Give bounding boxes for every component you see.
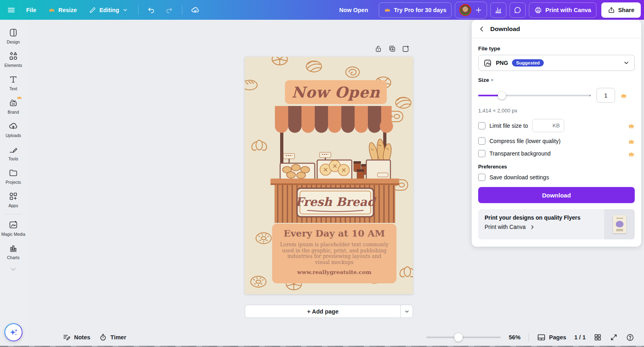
add-page-options-button[interactable]: [400, 305, 413, 318]
flyer-website: www.reallygreatsite.com: [272, 269, 396, 275]
try-pro-label: Try Pro for 30 days: [394, 7, 447, 13]
sidebar-item-uploads[interactable]: Uploads: [1, 118, 26, 141]
duplicate-page-icon[interactable]: [388, 45, 396, 53]
share-button[interactable]: Share: [601, 2, 641, 18]
charts-icon: [8, 243, 18, 253]
fullscreen-button[interactable]: [610, 333, 618, 341]
notes-label: Notes: [74, 334, 90, 341]
transparent-background-checkbox[interactable]: [478, 150, 485, 157]
crown-pro-icon: [620, 92, 627, 99]
sidebar-item-text[interactable]: Text: [1, 71, 26, 95]
download-panel-title: Download: [490, 25, 520, 33]
add-page-icon[interactable]: [402, 45, 410, 53]
undo-button[interactable]: [143, 2, 159, 18]
flyer-info-panel: Every Day at 10 AM Lorem ipsum is placeh…: [272, 224, 396, 283]
print-promo-title: Print your designs on quality Flyers: [485, 214, 604, 221]
add-page-button[interactable]: + Add page: [245, 305, 400, 318]
print-link-label: Print with Canva: [485, 224, 526, 230]
share-export-icon: [608, 6, 615, 14]
analytics-bars-icon: [494, 6, 502, 14]
chevron-down-icon: [404, 309, 410, 314]
canva-assistant-button[interactable]: [4, 323, 23, 341]
size-slider[interactable]: [478, 95, 590, 96]
hamburger-menu-button[interactable]: [3, 2, 19, 18]
limit-file-size-checkbox[interactable]: [478, 122, 485, 129]
avatar[interactable]: [459, 4, 471, 16]
file-menu-button[interactable]: File: [21, 2, 41, 18]
print-with-canva-label: Print with Canva: [545, 7, 591, 13]
download-button[interactable]: Download: [478, 187, 635, 203]
magic-media-icon: [8, 220, 18, 230]
statusbar-right: 56% Pages 1 / 1: [426, 333, 634, 342]
sidebar-item-elements[interactable]: Elements: [1, 48, 26, 71]
chevron-down-icon: [623, 60, 630, 66]
sidebar-label: Apps: [8, 203, 18, 208]
sidebar-label: Design: [7, 39, 20, 44]
sidebar-item-magic-media[interactable]: Magic Media: [1, 217, 26, 240]
compress-file-checkbox[interactable]: [478, 137, 485, 145]
add-member-button[interactable]: [475, 6, 483, 14]
resize-button[interactable]: Resize: [43, 2, 82, 18]
back-chevron-icon[interactable]: [478, 25, 485, 33]
cloud-save-status-button[interactable]: [187, 2, 203, 18]
sidebar-item-brand[interactable]: co Brand: [1, 95, 26, 118]
help-button[interactable]: [626, 333, 634, 342]
sidebar-item-projects[interactable]: Projects: [1, 165, 26, 188]
try-pro-button[interactable]: Try Pro for 30 days: [379, 2, 452, 18]
pages-label: Pages: [549, 334, 566, 341]
status-bar: Notes Timer 56% Pages: [53, 329, 644, 346]
sidebar-label: Brand: [8, 110, 19, 114]
sidebar-item-design[interactable]: Design: [1, 25, 26, 48]
file-type-dropdown[interactable]: PNG Suggested: [478, 55, 635, 71]
design-page[interactable]: Fresh Bread Now Open Every Day at 10 AM …: [245, 57, 413, 294]
print-with-canva-button[interactable]: Print with Canva: [529, 2, 597, 18]
topbar-right-group: Try Pro for 30 days: [379, 2, 641, 19]
grid-view-button[interactable]: [594, 333, 602, 341]
limit-file-size-label[interactable]: Limit file size to: [489, 123, 528, 129]
export-dimensions: 1,414 × 2,000 px: [478, 108, 635, 114]
undo-icon: [147, 6, 155, 14]
printer-icon: [534, 6, 542, 14]
lock-open-icon[interactable]: [374, 45, 382, 53]
save-settings-label[interactable]: Save download settings: [489, 174, 549, 181]
zoom-level[interactable]: 56%: [509, 334, 520, 341]
sidebar-item-apps[interactable]: Apps: [1, 188, 26, 212]
chevron-down-icon: [122, 7, 128, 13]
size-slider-thumb[interactable]: [498, 91, 506, 100]
share-label: Share: [618, 7, 634, 13]
print-promo-thumbnail-area: [604, 209, 635, 239]
save-settings-checkbox[interactable]: [478, 174, 485, 181]
svg-text:co: co: [12, 102, 15, 105]
print-with-canva-link[interactable]: Print with Canva: [485, 224, 604, 230]
resize-label: Resize: [58, 7, 77, 13]
size-multiplier-sign: ×: [491, 77, 494, 83]
sidebar-item-tools[interactable]: Tools: [1, 141, 26, 165]
editing-label: Editing: [99, 7, 119, 13]
size-value-input[interactable]: 1: [597, 88, 615, 103]
pages-button[interactable]: Pages: [537, 333, 566, 342]
insights-button[interactable]: [490, 2, 506, 18]
page-indicator: 1 / 1: [574, 334, 586, 341]
timer-icon: [99, 333, 107, 341]
editing-mode-button[interactable]: Editing: [84, 2, 133, 18]
sidebar-item-charts[interactable]: Charts: [1, 240, 26, 264]
statusbar-divider: [528, 333, 529, 342]
timer-button[interactable]: Timer: [99, 333, 126, 341]
print-promo-card[interactable]: Print your designs on quality Flyers Pri…: [478, 209, 635, 239]
save-settings-row: Save download settings: [478, 174, 635, 181]
file-size-kb-input[interactable]: KB: [532, 119, 564, 132]
sidebar-more-chevron-icon[interactable]: [9, 265, 17, 273]
toolbar-divider: [138, 5, 138, 15]
zoom-slider-thumb[interactable]: [454, 333, 462, 342]
notes-icon: [63, 333, 71, 341]
notes-button[interactable]: Notes: [63, 333, 90, 341]
comments-button[interactable]: [510, 2, 526, 18]
compress-file-label[interactable]: Compress file (lower quality): [489, 138, 561, 144]
redo-button[interactable]: [161, 2, 177, 18]
pencil-icon: [89, 6, 96, 14]
download-panel-body: File type PNG Suggested Size ×: [472, 38, 641, 247]
document-title[interactable]: Now Open: [339, 7, 368, 13]
zoom-slider[interactable]: [426, 337, 501, 338]
transparent-background-label[interactable]: Transparent background: [489, 150, 551, 157]
crown-pro-icon: [628, 138, 635, 145]
